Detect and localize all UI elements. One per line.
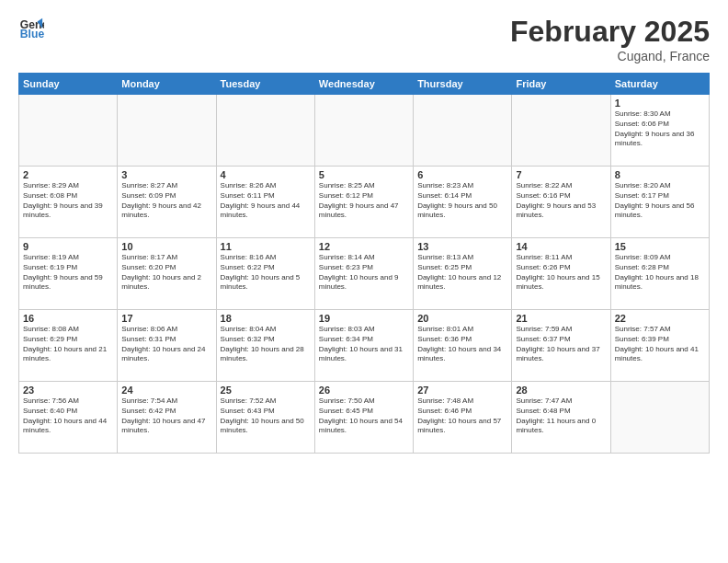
cell-w2-d0: 9Sunrise: 8:19 AM Sunset: 6:19 PM Daylig… (19, 238, 118, 310)
cell-w0-d4 (414, 95, 512, 167)
week-row-1: 2Sunrise: 8:29 AM Sunset: 6:08 PM Daylig… (19, 167, 710, 238)
cell-w2-d6: 15Sunrise: 8:09 AM Sunset: 6:28 PM Dayli… (610, 238, 709, 310)
day-info: Sunrise: 8:13 AM Sunset: 6:25 PM Dayligh… (417, 253, 507, 293)
cell-w1-d0: 2Sunrise: 8:29 AM Sunset: 6:08 PM Daylig… (19, 167, 118, 238)
col-header-monday: Monday (118, 74, 216, 95)
cell-w0-d3 (314, 95, 413, 167)
cell-w0-d1 (118, 95, 216, 167)
day-info: Sunrise: 8:03 AM Sunset: 6:34 PM Dayligh… (319, 325, 409, 364)
col-header-friday: Friday (512, 74, 610, 95)
cell-w1-d1: 3Sunrise: 8:27 AM Sunset: 6:09 PM Daylig… (118, 167, 216, 238)
day-number: 20 (417, 313, 507, 324)
day-info: Sunrise: 8:14 AM Sunset: 6:23 PM Dayligh… (319, 253, 409, 293)
header-row: SundayMondayTuesdayWednesdayThursdayFrid… (19, 74, 710, 95)
day-info: Sunrise: 7:54 AM Sunset: 6:42 PM Dayligh… (121, 396, 211, 436)
day-info: Sunrise: 8:08 AM Sunset: 6:29 PM Dayligh… (23, 325, 113, 364)
day-number: 11 (221, 241, 311, 252)
day-info: Sunrise: 8:30 AM Sunset: 6:06 PM Dayligh… (615, 109, 705, 149)
day-number: 7 (516, 169, 606, 180)
day-number: 24 (121, 385, 211, 396)
day-number: 22 (615, 313, 705, 324)
day-info: Sunrise: 8:26 AM Sunset: 6:11 PM Dayligh… (221, 181, 311, 221)
cell-w4-d3: 26Sunrise: 7:50 AM Sunset: 6:45 PM Dayli… (314, 382, 413, 454)
cell-w2-d3: 12Sunrise: 8:14 AM Sunset: 6:23 PM Dayli… (314, 238, 413, 310)
subtitle: Cugand, France (510, 49, 710, 63)
calendar-page: General Blue February 2025 Cugand, Franc… (0, 0, 728, 563)
col-header-thursday: Thursday (414, 74, 512, 95)
logo: General Blue (18, 15, 44, 40)
cell-w4-d0: 23Sunrise: 7:56 AM Sunset: 6:40 PM Dayli… (19, 382, 118, 454)
day-number: 13 (417, 241, 507, 252)
day-info: Sunrise: 8:25 AM Sunset: 6:12 PM Dayligh… (319, 181, 409, 221)
main-title: February 2025 (510, 15, 710, 49)
day-info: Sunrise: 8:11 AM Sunset: 6:26 PM Dayligh… (516, 253, 606, 293)
day-number: 5 (319, 169, 409, 180)
title-block: February 2025 Cugand, France (510, 15, 710, 63)
cell-w3-d2: 18Sunrise: 8:04 AM Sunset: 6:32 PM Dayli… (216, 310, 314, 382)
day-number: 10 (121, 241, 211, 252)
cell-w2-d5: 14Sunrise: 8:11 AM Sunset: 6:26 PM Dayli… (512, 238, 610, 310)
day-number: 21 (516, 313, 606, 324)
cell-w2-d1: 10Sunrise: 8:17 AM Sunset: 6:20 PM Dayli… (118, 238, 216, 310)
day-number: 6 (417, 169, 507, 180)
day-info: Sunrise: 7:50 AM Sunset: 6:45 PM Dayligh… (319, 396, 409, 436)
week-row-4: 23Sunrise: 7:56 AM Sunset: 6:40 PM Dayli… (19, 382, 710, 454)
cell-w3-d6: 22Sunrise: 7:57 AM Sunset: 6:39 PM Dayli… (610, 310, 709, 382)
cell-w3-d5: 21Sunrise: 7:59 AM Sunset: 6:37 PM Dayli… (512, 310, 610, 382)
day-number: 12 (319, 241, 409, 252)
cell-w3-d1: 17Sunrise: 8:06 AM Sunset: 6:31 PM Dayli… (118, 310, 216, 382)
cell-w3-d3: 19Sunrise: 8:03 AM Sunset: 6:34 PM Dayli… (314, 310, 413, 382)
cell-w4-d5: 28Sunrise: 7:47 AM Sunset: 6:48 PM Dayli… (512, 382, 610, 454)
cell-w1-d2: 4Sunrise: 8:26 AM Sunset: 6:11 PM Daylig… (216, 167, 314, 238)
cell-w0-d0 (19, 95, 118, 167)
day-number: 25 (221, 385, 311, 396)
day-number: 2 (23, 169, 113, 180)
day-number: 23 (23, 385, 113, 396)
day-number: 18 (221, 313, 311, 324)
cell-w2-d2: 11Sunrise: 8:16 AM Sunset: 6:22 PM Dayli… (216, 238, 314, 310)
day-number: 27 (417, 385, 507, 396)
day-number: 3 (121, 169, 211, 180)
day-number: 8 (615, 169, 705, 180)
day-info: Sunrise: 7:47 AM Sunset: 6:48 PM Dayligh… (516, 396, 606, 436)
day-number: 15 (615, 241, 705, 252)
calendar-table: SundayMondayTuesdayWednesdayThursdayFrid… (18, 73, 710, 454)
day-info: Sunrise: 7:56 AM Sunset: 6:40 PM Dayligh… (23, 396, 113, 436)
day-info: Sunrise: 7:48 AM Sunset: 6:46 PM Dayligh… (417, 396, 507, 436)
logo-icon: General Blue (18, 15, 44, 40)
day-info: Sunrise: 8:22 AM Sunset: 6:16 PM Dayligh… (516, 181, 606, 221)
cell-w4-d4: 27Sunrise: 7:48 AM Sunset: 6:46 PM Dayli… (414, 382, 512, 454)
cell-w0-d6: 1Sunrise: 8:30 AM Sunset: 6:06 PM Daylig… (610, 95, 709, 167)
week-row-2: 9Sunrise: 8:19 AM Sunset: 6:19 PM Daylig… (19, 238, 710, 310)
cell-w1-d6: 8Sunrise: 8:20 AM Sunset: 6:17 PM Daylig… (610, 167, 709, 238)
header: General Blue February 2025 Cugand, Franc… (18, 15, 710, 63)
col-header-wednesday: Wednesday (314, 74, 413, 95)
cell-w3-d4: 20Sunrise: 8:01 AM Sunset: 6:36 PM Dayli… (414, 310, 512, 382)
day-info: Sunrise: 8:01 AM Sunset: 6:36 PM Dayligh… (417, 325, 507, 364)
day-number: 19 (319, 313, 409, 324)
day-info: Sunrise: 8:16 AM Sunset: 6:22 PM Dayligh… (221, 253, 311, 293)
week-row-0: 1Sunrise: 8:30 AM Sunset: 6:06 PM Daylig… (19, 95, 710, 167)
cell-w1-d5: 7Sunrise: 8:22 AM Sunset: 6:16 PM Daylig… (512, 167, 610, 238)
day-info: Sunrise: 7:52 AM Sunset: 6:43 PM Dayligh… (221, 396, 311, 436)
day-info: Sunrise: 7:59 AM Sunset: 6:37 PM Dayligh… (516, 325, 606, 364)
col-header-sunday: Sunday (19, 74, 118, 95)
cell-w0-d5 (512, 95, 610, 167)
day-info: Sunrise: 8:04 AM Sunset: 6:32 PM Dayligh… (221, 325, 311, 364)
cell-w1-d4: 6Sunrise: 8:23 AM Sunset: 6:14 PM Daylig… (414, 167, 512, 238)
cell-w0-d2 (216, 95, 314, 167)
day-number: 28 (516, 385, 606, 396)
day-info: Sunrise: 8:20 AM Sunset: 6:17 PM Dayligh… (615, 181, 705, 221)
day-number: 14 (516, 241, 606, 252)
day-number: 17 (121, 313, 211, 324)
day-number: 26 (319, 385, 409, 396)
day-info: Sunrise: 8:29 AM Sunset: 6:08 PM Dayligh… (23, 181, 113, 221)
day-info: Sunrise: 8:06 AM Sunset: 6:31 PM Dayligh… (121, 325, 211, 364)
cell-w4-d6 (610, 382, 709, 454)
day-number: 1 (615, 98, 705, 109)
cell-w4-d1: 24Sunrise: 7:54 AM Sunset: 6:42 PM Dayli… (118, 382, 216, 454)
cell-w4-d2: 25Sunrise: 7:52 AM Sunset: 6:43 PM Dayli… (216, 382, 314, 454)
day-info: Sunrise: 8:27 AM Sunset: 6:09 PM Dayligh… (121, 181, 211, 221)
day-info: Sunrise: 8:19 AM Sunset: 6:19 PM Dayligh… (23, 253, 113, 293)
day-number: 16 (23, 313, 113, 324)
